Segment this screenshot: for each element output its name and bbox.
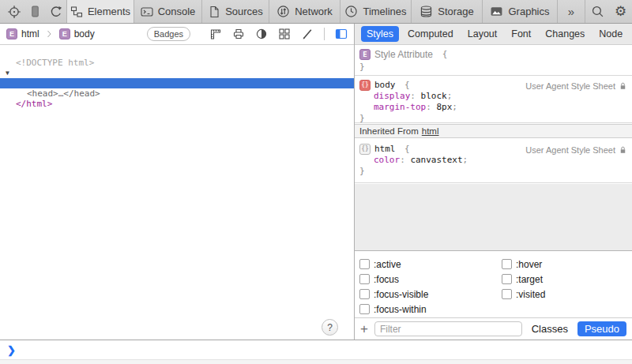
tab-font[interactable]: Font bbox=[506, 26, 536, 42]
sidebar-toggle-icon[interactable] bbox=[335, 28, 348, 40]
checkbox[interactable] bbox=[359, 259, 370, 269]
dom-node-html[interactable]: ▼ <html lang="en"> bbox=[0, 58, 354, 68]
tab-changes[interactable]: Changes bbox=[540, 26, 590, 42]
styles-panel: E Style Attribute { } {} body { User Age… bbox=[355, 45, 632, 340]
rule-selector[interactable]: html bbox=[374, 144, 396, 155]
tab-label: Graphics bbox=[508, 6, 549, 17]
pseudo-checkbox-active[interactable]: :active bbox=[359, 257, 401, 272]
element-picker-icon[interactable] bbox=[7, 5, 21, 19]
tab-label: Timelines bbox=[363, 6, 406, 17]
tab-label: Network bbox=[295, 6, 333, 17]
rule-selector[interactable]: body bbox=[374, 80, 396, 91]
bottom-strip bbox=[0, 359, 632, 364]
database-icon bbox=[419, 5, 433, 18]
add-rule-button[interactable]: + bbox=[360, 321, 368, 337]
element-badge: E bbox=[59, 28, 70, 39]
tab-sources[interactable]: Sources bbox=[202, 0, 269, 23]
console-prompt-chevron-icon: ❯ bbox=[7, 344, 16, 356]
tab-timelines[interactable]: Timelines bbox=[340, 0, 412, 23]
elements-hierarchy-icon bbox=[70, 6, 83, 18]
grid-icon[interactable] bbox=[278, 28, 291, 40]
html-rule-section: {} html { User Agent Style Sheet color: … bbox=[355, 139, 632, 183]
tab-storage[interactable]: Storage bbox=[412, 0, 483, 23]
tab-network[interactable]: Network bbox=[269, 0, 340, 23]
tab-styles[interactable]: Styles bbox=[361, 26, 399, 42]
style-attribute-section: E Style Attribute { } bbox=[355, 45, 632, 76]
breadcrumb-chevron-icon bbox=[47, 28, 52, 39]
pseudo-checkbox-hover[interactable]: :hover bbox=[502, 257, 542, 272]
chevrons-icon: » bbox=[568, 5, 574, 18]
ruler-icon[interactable] bbox=[209, 28, 222, 40]
css-rule-icon: {} bbox=[359, 144, 371, 155]
pseudo-checkbox-visited[interactable]: :visited bbox=[502, 287, 545, 302]
more-tabs-button[interactable]: » bbox=[558, 0, 585, 23]
element-badge: E bbox=[6, 28, 17, 39]
dom-node-doctype[interactable]: <!DOCTYPE html> bbox=[0, 47, 354, 58]
inherited-from-header: Inherited From html bbox=[355, 124, 632, 138]
css-property[interactable]: margin-top: 8px; bbox=[374, 102, 457, 113]
css-property[interactable]: display: block; bbox=[374, 91, 452, 102]
reload-icon[interactable] bbox=[49, 5, 63, 19]
breadcrumb-item-body[interactable]: body bbox=[74, 28, 95, 39]
pseudo-checkbox-target[interactable]: :target bbox=[502, 272, 543, 287]
styles-footer: + Classes Pseudo bbox=[355, 317, 632, 340]
element-badge: E bbox=[359, 49, 371, 60]
console-prompt-icon bbox=[141, 6, 153, 18]
classes-button[interactable]: Classes bbox=[529, 321, 571, 336]
quick-console-bar[interactable]: ❯ bbox=[0, 340, 632, 359]
rule-selector[interactable]: Style Attribute bbox=[374, 49, 433, 60]
help-button[interactable]: ? bbox=[322, 319, 338, 336]
checkbox[interactable] bbox=[359, 304, 370, 314]
search-icon bbox=[591, 5, 604, 18]
breadcrumb-item-html[interactable]: html bbox=[21, 28, 40, 39]
checkbox[interactable] bbox=[359, 289, 370, 299]
filter-input[interactable] bbox=[374, 321, 522, 336]
stylesheet-origin: User Agent Style Sheet bbox=[525, 81, 615, 91]
dom-node-head[interactable]: ▶ <head>…</head> bbox=[0, 68, 354, 78]
search-button[interactable] bbox=[585, 0, 609, 23]
checkbox[interactable] bbox=[359, 274, 370, 284]
sidebar-tabbar: Styles Computed Layout Font Changes Node… bbox=[355, 24, 632, 45]
lock-icon bbox=[619, 81, 627, 91]
tab-console[interactable]: Console bbox=[134, 0, 202, 23]
checkbox[interactable] bbox=[502, 259, 512, 269]
dom-tree-panel: <!DOCTYPE html> ▼ <html lang="en"> ▶ <he… bbox=[0, 45, 354, 340]
network-arrows-icon bbox=[276, 5, 290, 18]
tab-label: Storage bbox=[438, 6, 474, 17]
settings-button[interactable]: ⚙ bbox=[609, 0, 632, 23]
gear-icon: ⚙ bbox=[615, 5, 626, 18]
badges-button[interactable]: Badges bbox=[147, 27, 190, 41]
pseudo-button[interactable]: Pseudo bbox=[577, 321, 626, 336]
image-icon bbox=[490, 5, 503, 18]
tab-elements[interactable]: Elements bbox=[66, 0, 134, 23]
document-icon bbox=[208, 6, 220, 18]
dom-node-body-selected[interactable]: ▶ <body>…</body> = $0 bbox=[0, 78, 354, 88]
pseudo-class-section: :active :focus :focus-visible :focus-wit… bbox=[355, 252, 632, 317]
contrast-icon[interactable] bbox=[255, 28, 268, 40]
css-property[interactable]: color: canvastext; bbox=[374, 155, 468, 166]
tab-computed[interactable]: Computed bbox=[402, 26, 459, 42]
pseudo-checkbox-focus-within[interactable]: :focus-within bbox=[359, 302, 427, 317]
checkbox[interactable] bbox=[502, 274, 512, 284]
tab-label: Elements bbox=[88, 6, 130, 17]
dom-node-html-close[interactable]: </html> bbox=[0, 88, 354, 99]
checkbox[interactable] bbox=[502, 289, 512, 299]
breadcrumb-bar: E html E body Badges bbox=[0, 24, 354, 45]
brush-icon[interactable] bbox=[301, 28, 314, 40]
tab-label: Sources bbox=[225, 6, 263, 17]
tab-layout[interactable]: Layout bbox=[462, 26, 503, 42]
empty-area bbox=[355, 184, 632, 251]
tab-graphics[interactable]: Graphics bbox=[483, 0, 558, 23]
tab-node[interactable]: Node bbox=[593, 26, 628, 42]
pseudo-checkbox-focus-visible[interactable]: :focus-visible bbox=[359, 287, 428, 302]
lock-icon bbox=[619, 145, 627, 155]
inherited-node-link[interactable]: html bbox=[422, 126, 439, 136]
divider bbox=[324, 28, 325, 40]
body-rule-section: {} body { User Agent Style Sheet display… bbox=[355, 77, 632, 123]
clock-icon bbox=[344, 5, 358, 18]
device-icon[interactable] bbox=[28, 5, 42, 18]
tab-label: Console bbox=[158, 6, 196, 17]
stylesheet-origin: User Agent Style Sheet bbox=[525, 145, 615, 155]
pseudo-checkbox-focus[interactable]: :focus bbox=[359, 272, 399, 287]
printer-icon[interactable] bbox=[232, 28, 245, 40]
